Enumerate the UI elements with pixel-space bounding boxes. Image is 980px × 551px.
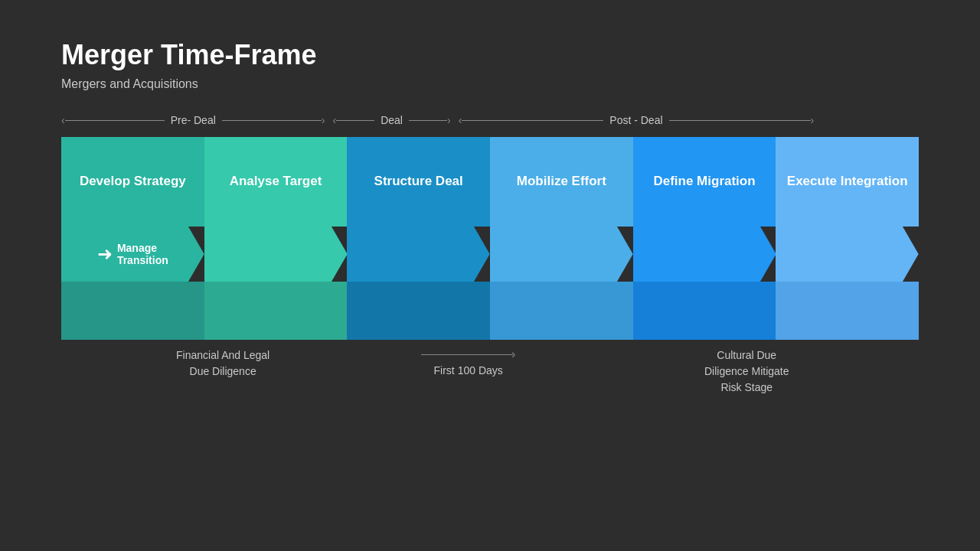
step-execute-integration: Execute Integration	[776, 137, 919, 340]
pre-deal-label: Pre- Deal	[165, 114, 222, 126]
svg-marker-2	[347, 227, 490, 282]
main-title: Merger Time-Frame	[61, 38, 919, 71]
step3-bottom	[347, 282, 490, 341]
subtitle: Mergers and Acquisitions	[61, 77, 919, 91]
step-analyse-target: Analyse Target	[204, 137, 348, 340]
step1-chevron: ➜ ManageTransition	[61, 227, 204, 282]
step6-top: Execute Integration	[776, 137, 919, 227]
step5-chevron-svg	[633, 227, 776, 282]
step5-top: Define Migration	[633, 137, 776, 227]
arrow-line-100days	[421, 354, 513, 355]
deal-label: Deal	[374, 114, 409, 126]
step2-bottom	[204, 282, 348, 341]
step4-top-label: Mobilize Effort	[517, 173, 606, 190]
step6-chevron-svg	[776, 227, 919, 282]
step5-chevron	[633, 227, 776, 282]
post-deal-line-right	[669, 120, 811, 121]
pre-deal-arrow-right: ›	[322, 115, 325, 126]
deal-arrow-right: ›	[447, 115, 451, 126]
step1-bottom	[61, 282, 204, 341]
step4-top: Mobilize Effort	[490, 137, 633, 227]
svg-marker-4	[633, 227, 776, 282]
step2-top: Analyse Target	[204, 137, 348, 227]
pre-deal-line-right	[222, 120, 322, 121]
annotation-cultural: Cultural DueDiligence MitigateRisk Stage	[704, 347, 789, 396]
step5-bottom	[633, 282, 776, 341]
step5-top-label: Define Migration	[653, 173, 755, 190]
step6-top-label: Execute Integration	[787, 173, 908, 190]
step3-top: Structure Deal	[347, 137, 490, 227]
step1-top-label: Develop Strategy	[80, 173, 186, 190]
step1-top: Develop Strategy	[61, 137, 204, 227]
annotation-100days-arrow: ›	[421, 347, 515, 361]
annotations-container: Financial And LegalDue Diligence › First…	[61, 347, 919, 416]
timeline-bar: ‹ Pre- Deal › ‹ Deal › ‹ Post - Deal ›	[61, 114, 919, 126]
step6-chevron	[776, 227, 919, 282]
step-develop-strategy: Develop Strategy ➜ ManageTransition	[61, 137, 204, 340]
svg-marker-1	[204, 227, 348, 282]
step1-manage-label: ManageTransition	[117, 242, 168, 266]
post-deal-arrow-right: ›	[811, 115, 815, 126]
deal-line-left	[336, 120, 374, 121]
step3-chevron-svg	[347, 227, 490, 282]
svg-marker-5	[776, 227, 919, 282]
annotation-financial-text: Financial And LegalDue Diligence	[176, 347, 270, 380]
step4-bottom	[490, 282, 633, 341]
step3-top-label: Structure Deal	[374, 173, 463, 190]
annotation-100days-text: First 100 Days	[421, 364, 515, 377]
annotation-financial: Financial And LegalDue Diligence	[176, 347, 270, 380]
title-section: Merger Time-Frame Mergers and Acquisitio…	[61, 38, 919, 91]
step2-top-label: Analyse Target	[230, 173, 322, 190]
step-define-migration: Define Migration	[633, 137, 776, 340]
step1-white-arrow-icon: ➜	[97, 243, 113, 265]
step4-chevron	[490, 227, 633, 282]
step3-chevron	[347, 227, 490, 282]
step2-chevron-svg	[204, 227, 348, 282]
slide: Merger Time-Frame Mergers and Acquisitio…	[0, 0, 980, 551]
svg-marker-3	[490, 227, 633, 282]
deal-line-right	[409, 120, 447, 121]
pre-deal-line-left	[65, 120, 165, 121]
step2-chevron	[204, 227, 348, 282]
arrow-right-100days: ›	[511, 347, 515, 361]
diagram-container: Develop Strategy ➜ ManageTransition Anal…	[61, 137, 919, 340]
step6-bottom	[776, 282, 919, 341]
step-mobilize-effort: Mobilize Effort	[490, 137, 633, 340]
step-structure-deal: Structure Deal	[347, 137, 490, 340]
post-deal-label: Post - Deal	[603, 114, 668, 126]
step4-chevron-svg	[490, 227, 633, 282]
annotation-100days: › First 100 Days	[421, 347, 515, 377]
annotation-cultural-text: Cultural DueDiligence MitigateRisk Stage	[704, 347, 789, 396]
post-deal-line-left	[462, 120, 603, 121]
